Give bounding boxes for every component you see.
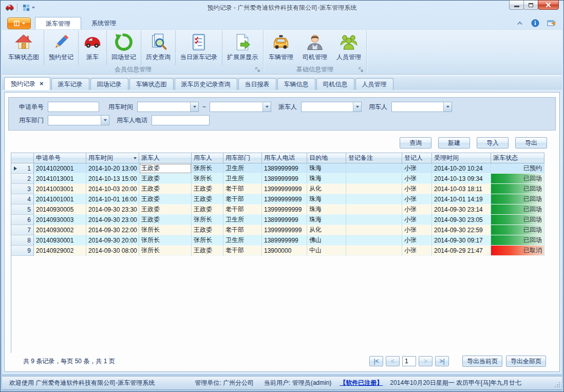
column-header-destination[interactable]: 目的地: [307, 153, 346, 163]
cell-use-time[interactable]: 2014-09-30 20:00: [86, 235, 139, 246]
cell-remark[interactable]: [346, 184, 402, 194]
cell-accept-time[interactable]: 2014-10-20 10:24: [432, 163, 491, 174]
ribbon-tab-system-management[interactable]: 系统管理: [81, 17, 126, 29]
cell-use-time[interactable]: 2014-09-30 22:00: [86, 225, 139, 235]
first-page-button[interactable]: |<: [369, 356, 383, 366]
cell-request-no[interactable]: 20140929002: [34, 246, 86, 256]
dispatcher-combo[interactable]: [301, 102, 362, 112]
cell-request-no[interactable]: 20140930002: [34, 225, 86, 235]
cell-request-no[interactable]: 20140930005: [34, 204, 86, 215]
last-page-button[interactable]: >|: [435, 356, 449, 366]
cell-registrar[interactable]: 小张: [402, 235, 432, 246]
tab-daily-report[interactable]: 当日报表: [238, 78, 276, 90]
cell-status[interactable]: 已回场: [491, 225, 544, 235]
vehicle-management-button[interactable]: 车辆管理: [264, 30, 298, 65]
cell-department[interactable]: 老干部: [223, 184, 262, 194]
tab-vehicle-status-chart[interactable]: 车辆状态图: [129, 78, 174, 90]
collapse-ribbon-icon[interactable]: [516, 19, 524, 27]
cell-remark[interactable]: [346, 174, 402, 184]
cell-user[interactable]: 王政委: [192, 225, 223, 235]
cell-department[interactable]: 卫生所: [223, 174, 262, 184]
cell-accept-time[interactable]: 2014-09-30 23:14: [432, 204, 491, 215]
vehicle-status-chart-button[interactable]: 车辆状态图: [4, 30, 44, 65]
cell-use-time[interactable]: 2014-09-30 23:30: [86, 204, 139, 215]
column-header-indicator[interactable]: [11, 153, 34, 163]
tab-dispatch-history-query[interactable]: 派车历史记录查询: [175, 78, 237, 90]
column-header-remark[interactable]: 登记备注: [346, 153, 402, 163]
tab-driver-info[interactable]: 司机信息: [316, 78, 354, 90]
query-button[interactable]: 查询: [400, 137, 431, 148]
cell-user[interactable]: 张所长: [192, 235, 223, 246]
cell-registrar[interactable]: 小张: [402, 225, 432, 235]
dropdown-arrow-icon[interactable]: [443, 102, 452, 111]
cell-destination[interactable]: 珠海: [307, 194, 346, 204]
cell-user[interactable]: 张所长: [192, 163, 223, 174]
table-row[interactable]: 7201409300022014-09-30 22:00张所长王政委老干部139…: [11, 225, 545, 235]
cell-accept-time[interactable]: 2014-09-29 21:47: [432, 246, 491, 256]
column-header-request-no[interactable]: 申请单号: [34, 153, 86, 163]
today-dispatch-records-button[interactable]: 当日派车记录: [176, 30, 222, 65]
cell-status[interactable]: 已回场: [491, 215, 544, 225]
cell-department[interactable]: 老干部: [223, 246, 262, 256]
cell-remark[interactable]: [346, 194, 402, 204]
cell-dispatcher[interactable]: 张所长: [139, 235, 192, 246]
tab-dispatch-records[interactable]: 派车记录: [51, 78, 89, 90]
cell-use-time[interactable]: 2014-10-01 16:00: [86, 194, 139, 204]
next-page-button[interactable]: >: [419, 356, 433, 366]
history-query-button[interactable]: 历史查询: [141, 30, 176, 65]
cell-dispatcher[interactable]: 王政委: [139, 174, 192, 184]
table-row[interactable]: 8201409300012014-09-30 20:00张所长张所长卫生所138…: [11, 235, 545, 246]
quick-access-toolbar-button[interactable]: [21, 3, 36, 13]
cell-dispatcher[interactable]: 张所长: [139, 246, 192, 256]
export-button[interactable]: 导出: [515, 137, 547, 148]
table-row[interactable]: 1201410200012014-10-20 13:00王政委张所长卫生所138…: [11, 163, 545, 174]
tab-reservation-records[interactable]: 预约记录×: [4, 77, 50, 90]
cell-registrar[interactable]: 小张: [402, 204, 432, 215]
cell-remark[interactable]: [346, 246, 402, 256]
cell-accept-time[interactable]: 2014-10-01 14:19: [432, 194, 491, 204]
maximize-button[interactable]: [523, 0, 538, 10]
cell-destination[interactable]: 珠海: [307, 174, 346, 184]
export-all-pages-button[interactable]: 导出全部页: [506, 356, 546, 367]
reservation-register-button[interactable]: 预约登记: [44, 30, 79, 65]
tab-return-records[interactable]: 回场记录: [90, 78, 128, 90]
dispatch-button[interactable]: 派车: [79, 30, 107, 65]
minimize-button[interactable]: [509, 0, 524, 10]
cell-use-time[interactable]: 2014-10-03 20:00: [86, 184, 139, 194]
tab-personnel-management[interactable]: 人员管理: [355, 78, 393, 90]
cell-destination[interactable]: 珠海: [307, 204, 346, 215]
cell-status[interactable]: 已回场: [491, 184, 544, 194]
cell-user[interactable]: 张所长: [192, 174, 223, 184]
application-menu-button[interactable]: [7, 17, 31, 29]
cell-phone[interactable]: 1389999999: [262, 163, 307, 174]
cell-department[interactable]: 卫生所: [223, 163, 262, 174]
cell-status[interactable]: 已回场: [491, 194, 544, 204]
cell-registrar[interactable]: 小张: [402, 246, 432, 256]
cell-remark[interactable]: [346, 204, 402, 215]
table-row[interactable]: 4201410010012014-10-01 16:00王政委王政委老干部139…: [11, 194, 545, 204]
cell-department[interactable]: 老干部: [223, 204, 262, 215]
use-time-to-combo[interactable]: [210, 102, 271, 112]
table-row[interactable]: 2201410130012014-10-13 15:00王政委张所长卫生所138…: [11, 174, 545, 184]
tab-vehicle-info[interactable]: 车辆信息: [277, 78, 315, 90]
cell-status[interactable]: 已预约: [491, 163, 544, 174]
cell-user[interactable]: 王政委: [192, 184, 223, 194]
cell-dispatcher[interactable]: 张所长: [139, 225, 192, 235]
cell-phone[interactable]: 13999999999: [262, 204, 307, 215]
cell-request-no[interactable]: 20141013001: [34, 174, 86, 184]
cell-user[interactable]: 王政委: [192, 246, 223, 256]
cell-user[interactable]: 王政委: [192, 204, 223, 215]
cell-phone[interactable]: 13999999999: [262, 184, 307, 194]
cell-dispatcher[interactable]: 王政委: [139, 194, 192, 204]
cell-dispatcher[interactable]: 王政委: [139, 215, 192, 225]
ribbon-tab-dispatch-management[interactable]: 派车管理: [35, 17, 81, 29]
column-header-accept-time[interactable]: 受理时间: [432, 153, 491, 163]
table-row[interactable]: 3201410030012014-10-03 20:00王政委王政委老干部139…: [11, 184, 545, 194]
skin-icon[interactable]: [547, 18, 556, 28]
cell-phone[interactable]: 1389999999: [262, 174, 307, 184]
cell-remark[interactable]: [346, 215, 402, 225]
dropdown-arrow-icon[interactable]: [190, 102, 198, 111]
cell-remark[interactable]: [346, 225, 402, 235]
cell-department[interactable]: 卫生所: [223, 215, 262, 225]
cell-registrar[interactable]: 小张: [402, 174, 432, 184]
